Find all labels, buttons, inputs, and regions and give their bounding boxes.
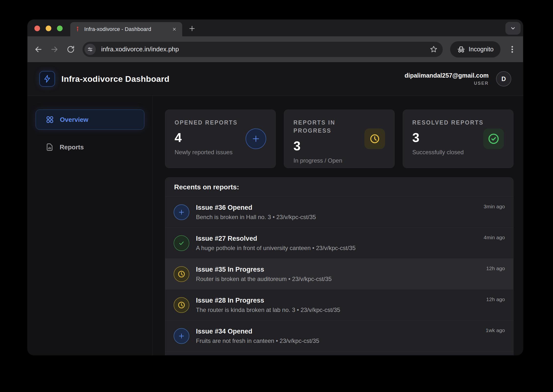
avatar-initial: D <box>501 75 506 83</box>
browser-tab[interactable]: Infra-xodivorce - Dashboard <box>70 22 182 36</box>
avatar[interactable]: D <box>496 71 511 86</box>
address-bar[interactable]: infra.xodivorce.in/index.php <box>83 42 443 57</box>
bookmark-star-icon[interactable] <box>429 45 438 54</box>
sidebar-item-reports[interactable]: Reports <box>36 137 144 157</box>
recent-timestamp: 3min ago <box>484 204 505 210</box>
recent-row-issue-36[interactable]: Issue #36 Opened Bench is broken in Hall… <box>165 197 513 228</box>
resolved-tile <box>483 128 504 149</box>
recent-title: Issue #34 Opened <box>196 328 319 335</box>
stat-cards: OPENED REPORTS 4 Newly reported issues <box>165 110 513 168</box>
recent-row-issue-35[interactable]: Issue #35 In Progress Router is broken a… <box>165 259 513 290</box>
lightning-bolt-icon <box>43 75 51 83</box>
recents-heading: Recents on reports: <box>165 178 513 197</box>
recent-title: Issue #28 In Progress <box>196 297 340 304</box>
dashboard-body: Overview Reports OPEN <box>28 96 523 355</box>
stat-label: OPENED REPORTS <box>175 119 251 127</box>
tab-search-button[interactable] <box>505 22 521 35</box>
page-title: Infra-xodivorce Dashboard <box>61 74 169 84</box>
resolved-badge <box>174 235 189 251</box>
recent-row-text: Issue #35 In Progress Router is broken a… <box>196 266 332 282</box>
stat-card-text: RESOLVED REPORTS 3 Successfully closed <box>412 119 488 156</box>
new-tab-button[interactable] <box>188 24 196 33</box>
stat-card-text: REPORTS IN PROGRESS 3 In progress / Open <box>293 119 370 164</box>
recent-title: Issue #35 In Progress <box>196 266 332 273</box>
stat-sublabel: In progress / Open <box>293 157 370 164</box>
stat-label: RESOLVED REPORTS <box>412 119 488 127</box>
recent-row-text: Issue #27 Resolved A huge pothole in fro… <box>196 235 356 252</box>
tab-strip: Infra-xodivorce - Dashboard <box>28 20 523 36</box>
check-icon <box>178 240 185 247</box>
add-report-button[interactable] <box>246 128 266 149</box>
main-content: OPENED REPORTS 4 Newly reported issues <box>153 96 523 355</box>
recent-row-issue-27[interactable]: Issue #27 Resolved A huge pothole in fro… <box>165 228 513 259</box>
recent-description: The router is kinda broken at lab no. 3 … <box>196 307 340 313</box>
incognito-label: Incognito <box>469 46 494 53</box>
stat-value: 3 <box>293 139 370 153</box>
reload-button[interactable] <box>66 45 75 54</box>
plus-icon <box>178 209 185 216</box>
tab-close-icon[interactable] <box>171 26 178 33</box>
stat-sublabel: Successfully closed <box>412 149 488 156</box>
recent-description: Router is broken at the auditoreum • 23/… <box>196 276 332 282</box>
recent-title: Issue #27 Resolved <box>196 235 356 242</box>
forward-button[interactable] <box>50 45 59 54</box>
recent-timestamp: 1wk ago <box>486 327 505 333</box>
browser-window: Infra-xodivorce - Dashboard <box>28 20 523 355</box>
dashboard-header: Infra-xodivorce Dashboard dipalimandal25… <box>28 62 523 96</box>
clock-icon <box>369 133 380 144</box>
close-window-button[interactable] <box>34 26 40 31</box>
stat-card-text: OPENED REPORTS 4 Newly reported issues <box>175 119 251 156</box>
grid-icon <box>46 115 54 124</box>
tab-title: Infra-xodivorce - Dashboard <box>84 26 168 32</box>
back-button[interactable] <box>34 45 43 54</box>
sidebar-item-label: Overview <box>60 116 88 124</box>
opened-badge <box>174 328 189 344</box>
stat-value: 4 <box>175 130 251 145</box>
favicon-icon <box>75 26 81 32</box>
incognito-badge: Incognito <box>450 41 500 57</box>
stat-card-opened: OPENED REPORTS 4 Newly reported issues <box>165 110 276 168</box>
stat-value: 3 <box>412 130 488 145</box>
zoom-window-button[interactable] <box>57 26 63 31</box>
app-logo <box>39 71 55 87</box>
stat-label: REPORTS IN PROGRESS <box>293 119 370 135</box>
in-progress-badge <box>174 266 189 282</box>
incognito-icon <box>457 45 465 54</box>
recent-row-issue-34[interactable]: Issue #34 Opened Fruits are not fresh in… <box>165 321 513 351</box>
opened-badge <box>174 204 189 220</box>
stat-card-resolved: RESOLVED REPORTS 3 Successfully closed <box>403 110 513 168</box>
sidebar-item-overview[interactable]: Overview <box>36 110 144 130</box>
user-email: dipalimandal257@gmail.com <box>404 72 489 79</box>
user-role-badge: USER <box>404 81 489 86</box>
recent-row-text: Issue #36 Opened Bench is broken in Hall… <box>196 204 316 221</box>
in-progress-badge <box>174 297 189 313</box>
sidebar-item-label: Reports <box>60 143 84 151</box>
recent-timestamp: 12h ago <box>486 296 505 302</box>
recent-timestamp: 4min ago <box>484 235 505 240</box>
in-progress-tile <box>364 128 385 149</box>
recent-description: Fruits are not fresh in canteen • 23/v/k… <box>196 337 319 344</box>
clock-icon <box>177 301 186 309</box>
recent-row-issue-28[interactable]: Issue #28 In Progress The router is kind… <box>165 290 513 321</box>
recent-title: Issue #36 Opened <box>196 204 316 211</box>
recent-row-text: Issue #28 In Progress The router is kind… <box>196 297 340 313</box>
clock-icon <box>177 270 186 278</box>
url-text[interactable]: infra.xodivorce.in/index.php <box>101 45 429 53</box>
minimize-window-button[interactable] <box>46 26 51 31</box>
recents-panel: Recents on reports: Issue #36 Opened Ben… <box>165 177 513 355</box>
recent-description: Bench is broken in Hall no. 3 • 23/v/kpc… <box>196 214 316 221</box>
window-controls <box>34 26 63 31</box>
plus-icon <box>251 134 261 143</box>
stat-sublabel: Newly reported issues <box>175 149 251 156</box>
site-settings-icon[interactable] <box>84 44 96 55</box>
recent-description: A huge pothole in front of university ca… <box>196 245 356 252</box>
user-meta: dipalimandal257@gmail.com USER <box>404 72 489 86</box>
browser-menu-button[interactable] <box>508 45 517 54</box>
browser-toolbar: infra.xodivorce.in/index.php Incognito <box>28 36 523 62</box>
recent-timestamp: 12h ago <box>486 266 505 271</box>
plus-icon <box>178 332 185 340</box>
recent-row-text: Issue #34 Opened Fruits are not fresh in… <box>196 328 319 344</box>
file-chart-icon <box>45 143 54 151</box>
stat-card-in-progress: REPORTS IN PROGRESS 3 In progress / Open <box>284 110 395 168</box>
sidebar: Overview Reports <box>28 96 153 355</box>
